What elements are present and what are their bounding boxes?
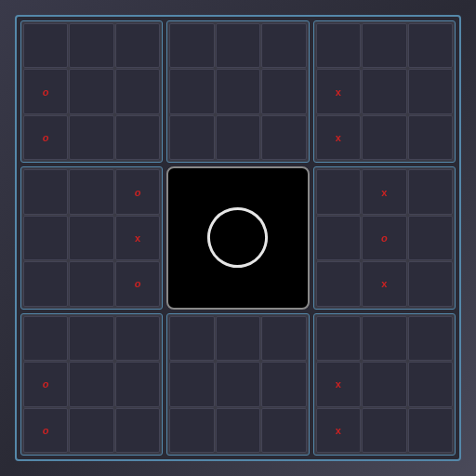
micro-cell[interactable] [316,261,361,306]
micro-cell[interactable] [362,316,406,361]
x-symbol: x [336,86,341,98]
micro-cell[interactable]: o [23,115,68,160]
macro-cell-8: x x [313,313,456,456]
micro-cell[interactable] [169,115,214,160]
o-symbol: o [43,86,49,98]
micro-cell[interactable] [115,408,160,453]
o-symbol: o [135,187,141,198]
micro-cell[interactable] [169,362,214,406]
micro-cell[interactable] [261,115,306,160]
micro-cell[interactable] [408,216,453,260]
micro-cell[interactable] [408,169,453,214]
o-symbol: o [43,378,49,390]
macro-cell-2: x x [313,20,456,163]
x-symbol: x [135,232,140,244]
macro-cell-6: o o [20,313,163,456]
micro-cell[interactable]: x [362,261,406,306]
micro-cell[interactable] [216,115,260,160]
micro-cell[interactable] [69,216,113,260]
micro-cell[interactable] [216,23,260,68]
x-symbol: x [336,425,341,436]
micro-cell[interactable] [216,316,260,361]
micro-cell[interactable] [69,261,113,306]
micro-cell[interactable]: x [316,362,361,406]
micro-cell[interactable] [69,316,113,361]
o-symbol: o [135,278,141,289]
micro-cell[interactable] [362,23,406,68]
micro-cell[interactable] [216,362,260,406]
micro-cell[interactable] [261,362,306,406]
micro-cell[interactable] [169,23,214,68]
micro-cell[interactable]: o [115,169,160,214]
micro-cell[interactable] [169,408,214,453]
micro-cell[interactable] [169,69,214,113]
micro-cell[interactable] [261,408,306,453]
micro-cell[interactable]: o [115,261,160,306]
micro-cell[interactable] [362,69,406,113]
micro-cell[interactable]: x [316,69,361,113]
micro-cell[interactable] [216,408,260,453]
micro-cell[interactable] [69,115,113,160]
micro-cell[interactable] [115,69,160,113]
micro-cell[interactable] [261,316,306,361]
micro-cell[interactable]: x [316,408,361,453]
micro-cell[interactable] [23,316,68,361]
micro-cell[interactable] [408,408,453,453]
micro-cell[interactable] [115,316,160,361]
macro-cell-3: o x o [20,166,163,309]
micro-cell[interactable] [408,261,453,306]
micro-cell[interactable] [261,23,306,68]
micro-cell[interactable] [23,216,68,260]
micro-cell[interactable]: o [362,216,406,260]
micro-cell[interactable] [261,69,306,113]
micro-cell[interactable] [169,316,214,361]
x-symbol: x [381,278,387,289]
micro-cell[interactable] [408,23,453,68]
micro-cell[interactable] [316,216,361,260]
micro-cell[interactable] [23,23,68,68]
o-symbol: o [381,232,388,244]
micro-cell[interactable] [362,115,406,160]
micro-cell[interactable] [69,408,113,453]
o-symbol: o [43,132,49,143]
active-cell-symbol [170,170,305,305]
big-o-symbol [201,201,275,275]
micro-cell[interactable] [408,362,453,406]
micro-cell[interactable]: o [23,362,68,406]
micro-cell[interactable]: o [23,69,68,113]
micro-cell[interactable]: x [115,216,160,260]
game-board: o o x x o x o [15,15,461,461]
micro-cell[interactable] [115,362,160,406]
x-symbol: x [336,132,341,143]
micro-cell[interactable] [69,23,113,68]
micro-cell[interactable] [69,169,113,214]
x-symbol: x [336,378,341,390]
x-symbol: x [381,187,387,198]
micro-cell[interactable] [69,362,113,406]
micro-cell[interactable] [408,69,453,113]
micro-cell[interactable]: x [362,169,406,214]
macro-cell-4-active [166,166,309,309]
micro-cell[interactable] [316,169,361,214]
macro-cell-1 [166,20,309,163]
micro-cell[interactable] [216,69,260,113]
micro-cell[interactable] [316,316,361,361]
o-symbol: o [43,425,49,436]
macro-cell-5: x o x [313,166,456,309]
micro-cell[interactable] [23,169,68,214]
micro-cell[interactable] [115,115,160,160]
micro-cell[interactable] [362,408,406,453]
macro-cell-7 [166,313,309,456]
micro-cell[interactable] [69,69,113,113]
micro-cell[interactable] [316,23,361,68]
micro-cell[interactable] [362,362,406,406]
micro-cell[interactable] [115,23,160,68]
micro-cell[interactable] [408,316,453,361]
micro-cell[interactable] [23,261,68,306]
micro-cell[interactable]: o [23,408,68,453]
micro-cell[interactable]: x [316,115,361,160]
micro-cell[interactable] [408,115,453,160]
macro-cell-0: o o [20,20,163,163]
